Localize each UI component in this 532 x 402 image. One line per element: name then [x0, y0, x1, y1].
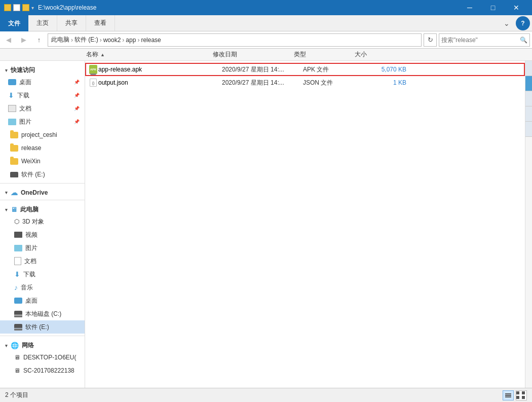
- sidebar-item-videos[interactable]: 视频: [0, 228, 85, 241]
- file-name-apk: app-release.apk: [98, 66, 222, 73]
- side-item-4: [525, 106, 532, 122]
- music-icon: ♪: [14, 283, 18, 291]
- file-date-json: 2020/9/27 星期日 14:...: [222, 79, 303, 87]
- ribbon-expand-icon[interactable]: ⌄: [500, 16, 514, 30]
- folder-icon-weixin: [10, 158, 18, 165]
- sidebar-item-project-ceshi[interactable]: project_ceshi: [0, 128, 85, 141]
- desktop-icon-pc: [14, 298, 22, 304]
- onedrive-arrow[interactable]: ▾: [5, 190, 8, 195]
- sidebar-item-drive-e-quick[interactable]: 软件 (E:): [0, 168, 85, 181]
- search-box[interactable]: 🔍: [439, 33, 530, 47]
- ribbon-tab-view[interactable]: 查看: [86, 15, 115, 31]
- sidebar-section-onedrive: ▾ ☁ OneDrive: [0, 186, 85, 198]
- monitor-icon-1: 🖥: [14, 354, 20, 361]
- file-icon-json: {}: [88, 79, 98, 87]
- download-icon: ⬇: [8, 91, 14, 99]
- sidebar-item-release[interactable]: release: [0, 141, 85, 155]
- nav-forward-button[interactable]: ▶: [17, 33, 30, 47]
- side-item-2: [525, 76, 532, 91]
- ribbon-help-icon[interactable]: ?: [516, 16, 530, 30]
- title-dropdown-arrow[interactable]: ▾: [31, 5, 34, 11]
- onedrive-icon: ☁: [11, 189, 18, 197]
- status-item-count: 2 个项目: [5, 391, 28, 399]
- pin-icon-download: 📌: [74, 93, 80, 98]
- sort-arrow-name: ▲: [100, 52, 105, 57]
- sidebar-item-docs[interactable]: 文档: [0, 254, 85, 268]
- sidebar-divider-2: [0, 200, 85, 200]
- col-header-date[interactable]: 修改日期: [213, 50, 294, 59]
- title-path: E:\wook2\app\release: [38, 4, 458, 11]
- sidebar-item-weixin[interactable]: WeiXin: [0, 155, 85, 168]
- minimize-button[interactable]: ─: [458, 0, 481, 15]
- pictures-icon: [8, 119, 16, 125]
- ribbon-tab-share[interactable]: 共享: [57, 15, 86, 31]
- nav-up-button[interactable]: ↑: [32, 33, 46, 47]
- file-icon-apk: APK: [88, 65, 98, 74]
- folder-icon-project: [10, 132, 18, 138]
- local-disk-icon: [14, 311, 22, 317]
- quick-access-arrow[interactable]: ▾: [5, 68, 8, 73]
- view-list-button[interactable]: [503, 390, 514, 400]
- ribbon-tab-file[interactable]: 文件: [0, 15, 28, 31]
- sidebar-item-download[interactable]: ⬇ 下载 📌: [0, 89, 85, 102]
- search-input[interactable]: [441, 36, 518, 44]
- sidebar-item-images[interactable]: 图片: [0, 241, 85, 254]
- side-item-1: [525, 61, 532, 76]
- path-segment-pc: 此电脑: [51, 35, 69, 44]
- sidebar-item-downloads[interactable]: ⬇ 下载: [0, 268, 85, 281]
- address-path-box[interactable]: 此电脑 › 软件 (E:) › wook2 › app › release: [48, 33, 422, 47]
- ribbon-tab-home[interactable]: 主页: [28, 15, 57, 31]
- downloads-icon: ⬇: [14, 270, 20, 278]
- main-area: ▾ 快速访问 桌面 📌 ⬇ 下载 📌 文档 📌 图片 📌 project_ces…: [0, 61, 532, 388]
- this-pc-icon: 🖥: [11, 206, 17, 213]
- sidebar-item-local-disk-c[interactable]: 本地磁盘 (C:): [0, 307, 85, 320]
- network-icon: 🌐: [11, 342, 19, 349]
- file-type-json: JSON 文件: [303, 79, 364, 87]
- sidebar-item-3d-objects[interactable]: ⬡ 3D 对象: [0, 215, 85, 228]
- title-bar: ▾ E:\wook2\app\release ─ □ ✕: [0, 0, 532, 15]
- file-size-apk: 5,070 KB: [364, 66, 414, 73]
- pin-icon-desktop: 📌: [74, 80, 80, 85]
- sidebar-item-documents[interactable]: 文档 📌: [0, 102, 85, 115]
- pin-icon-documents: 📌: [74, 106, 80, 111]
- sidebar-item-music[interactable]: ♪ 音乐: [0, 281, 85, 294]
- title-icon-3: [22, 4, 29, 11]
- file-row-json[interactable]: {} output.json 2020/9/27 星期日 14:... JSON…: [85, 76, 525, 89]
- col-header-type[interactable]: 类型: [294, 50, 355, 59]
- sidebar-item-desktop[interactable]: 桌面 📌: [0, 76, 85, 89]
- close-button[interactable]: ✕: [505, 0, 528, 15]
- 3d-icon: ⬡: [14, 218, 19, 225]
- desktop-icon: [8, 79, 16, 85]
- sidebar: ▾ 快速访问 桌面 📌 ⬇ 下载 📌 文档 📌 图片 📌 project_ces…: [0, 61, 85, 388]
- path-segment-release: release: [141, 36, 161, 44]
- maximize-button[interactable]: □: [481, 0, 505, 15]
- path-segment-wook2: wook2: [103, 36, 121, 44]
- sidebar-divider-3: [0, 336, 85, 336]
- column-header: 名称 ▲ 修改日期 类型 大小: [0, 49, 532, 61]
- sidebar-item-desktop-network2[interactable]: 🖥 SC-201708222138: [0, 364, 85, 377]
- sidebar-item-desktop-network1[interactable]: 🖥 DESKTOP-1O6EU(: [0, 351, 85, 364]
- sidebar-item-pictures[interactable]: 图片 📌: [0, 115, 85, 128]
- side-item-5: [525, 122, 532, 137]
- sidebar-section-network: ▾ 🌐 网络: [0, 338, 85, 351]
- docs-icon: [14, 257, 21, 265]
- file-row-apk[interactable]: APK app-release.apk 2020/9/27 星期日 14:...…: [85, 63, 525, 76]
- drive-e-icon: [14, 324, 22, 331]
- refresh-button[interactable]: ↻: [424, 33, 437, 47]
- document-icon: [8, 105, 16, 112]
- view-detail-button[interactable]: [516, 390, 527, 400]
- view-controls: [503, 390, 527, 400]
- this-pc-arrow[interactable]: ▾: [5, 207, 8, 212]
- sidebar-item-desktop-pc[interactable]: 桌面: [0, 294, 85, 307]
- sidebar-section-this-pc: ▾ 🖥 此电脑: [0, 202, 85, 215]
- col-header-size[interactable]: 大小: [355, 50, 405, 59]
- path-segment-drive: 软件 (E:): [74, 35, 98, 44]
- network-arrow[interactable]: ▾: [5, 343, 8, 348]
- col-header-name[interactable]: 名称 ▲: [86, 50, 213, 59]
- search-icon[interactable]: 🔍: [520, 36, 527, 44]
- sidebar-divider-1: [0, 183, 85, 184]
- sidebar-item-drive-e[interactable]: 软件 (E:): [0, 320, 85, 334]
- nav-back-button[interactable]: ◀: [2, 33, 15, 47]
- content-area: APK app-release.apk 2020/9/27 星期日 14:...…: [85, 61, 525, 388]
- status-bar: 2 个项目: [0, 388, 532, 402]
